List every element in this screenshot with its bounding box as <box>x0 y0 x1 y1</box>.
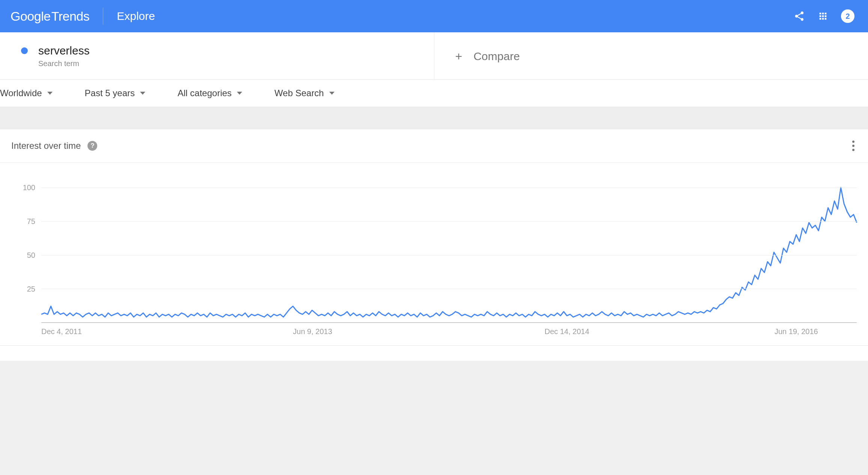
more-options-icon[interactable] <box>850 138 857 153</box>
filter-category[interactable]: All categories <box>178 88 242 98</box>
interest-over-time-card: Interest over time ? 255075100 Dec 4, 20… <box>0 129 868 346</box>
logo-google-text: Google <box>11 9 51 24</box>
chart-grid-line <box>41 289 857 289</box>
plus-icon: + <box>455 50 463 62</box>
chart-grid-line <box>41 255 857 256</box>
share-icon[interactable] <box>794 11 805 22</box>
logo-trends-text: Trends <box>51 9 90 24</box>
filter-timeframe-label: Past 5 years <box>85 88 135 98</box>
google-trends-logo[interactable]: Google Trends <box>11 9 89 24</box>
section-gap <box>0 107 868 129</box>
filter-region[interactable]: Worldwide <box>0 88 53 98</box>
term-color-dot <box>21 47 28 54</box>
filter-search-type-label: Web Search <box>274 88 324 98</box>
chart-container: 255075100 Dec 4, 2011Jun 9, 2013Dec 14, … <box>0 163 868 345</box>
card-title: Interest over time <box>11 141 81 151</box>
app-header: Google Trends Explore 2 <box>0 0 868 32</box>
x-tick-label: Jun 9, 2013 <box>293 327 332 336</box>
term-name: serverless <box>38 44 90 57</box>
term-subtitle: Search term <box>38 59 90 68</box>
add-compare-button[interactable]: + Compare <box>434 32 868 79</box>
search-term-cell[interactable]: serverless Search term <box>0 32 434 79</box>
filter-timeframe[interactable]: Past 5 years <box>85 88 145 98</box>
chart-plot-area <box>41 188 857 323</box>
chart-y-axis: 255075100 <box>11 188 41 323</box>
y-tick-label: 25 <box>27 285 35 293</box>
search-terms-row: serverless Search term + Compare <box>0 32 868 80</box>
y-tick-label: 100 <box>23 183 35 192</box>
chevron-down-icon <box>47 92 53 95</box>
badge-count: 2 <box>845 12 850 21</box>
chevron-down-icon <box>237 92 242 95</box>
x-tick-label: Jun 19, 2016 <box>775 327 818 336</box>
chevron-down-icon <box>329 92 335 95</box>
header-divider <box>103 8 103 25</box>
y-tick-label: 75 <box>27 217 35 226</box>
filters-row: Worldwide Past 5 years All categories We… <box>0 80 868 107</box>
help-icon[interactable]: ? <box>87 141 97 151</box>
series-line <box>41 188 857 317</box>
chart-grid-line <box>41 188 857 188</box>
y-tick-label: 50 <box>27 251 35 260</box>
filter-region-label: Worldwide <box>0 88 42 98</box>
x-tick-label: Dec 14, 2014 <box>545 327 589 336</box>
chart-x-axis: Dec 4, 2011Jun 9, 2013Dec 14, 2014Jun 19… <box>41 327 857 338</box>
chevron-down-icon <box>140 92 145 95</box>
page-title: Explore <box>117 10 155 23</box>
notifications-badge[interactable]: 2 <box>841 9 854 23</box>
apps-icon[interactable] <box>818 11 828 21</box>
card-header: Interest over time ? <box>0 129 868 163</box>
x-tick-label: Dec 4, 2011 <box>41 327 82 336</box>
compare-label: Compare <box>473 50 520 63</box>
filter-category-label: All categories <box>178 88 232 98</box>
interest-chart: 255075100 <box>11 188 857 323</box>
filter-search-type[interactable]: Web Search <box>274 88 335 98</box>
chart-grid-line <box>41 221 857 222</box>
